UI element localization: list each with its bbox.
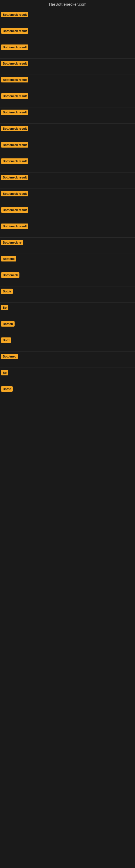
bottleneck-badge-11[interactable]: Bottleneck result bbox=[1, 175, 28, 180]
bottleneck-badge-4[interactable]: Bottleneck result bbox=[1, 61, 28, 66]
bottleneck-badge-18[interactable]: Bottle bbox=[1, 289, 13, 294]
result-row-19: Bo bbox=[0, 303, 135, 319]
result-row-14: Bottleneck result bbox=[0, 221, 135, 238]
bottleneck-badge-9[interactable]: Bottleneck result bbox=[1, 142, 28, 148]
result-row-20: Bottlen bbox=[0, 319, 135, 335]
bottleneck-badge-19[interactable]: Bo bbox=[1, 305, 8, 310]
result-row-18: Bottle bbox=[0, 286, 135, 303]
bottleneck-badge-23[interactable]: Bo bbox=[1, 370, 8, 375]
bottleneck-badge-12[interactable]: Bottleneck result bbox=[1, 191, 28, 196]
result-row-10: Bottleneck result bbox=[0, 156, 135, 173]
result-row-24: Bottle bbox=[0, 384, 135, 400]
bottleneck-badge-15[interactable]: Bottleneck re bbox=[1, 240, 23, 245]
bottleneck-badge-24[interactable]: Bottle bbox=[1, 386, 13, 392]
result-row-6: Bottleneck result bbox=[0, 91, 135, 107]
bottleneck-badge-16[interactable]: Bottlene bbox=[1, 256, 16, 261]
result-row-9: Bottleneck result bbox=[0, 140, 135, 156]
bottleneck-badge-13[interactable]: Bottleneck result bbox=[1, 207, 28, 213]
bottleneck-badge-1[interactable]: Bottleneck result bbox=[1, 12, 28, 18]
result-row-16: Bottlene bbox=[0, 254, 135, 270]
result-row-8: Bottleneck result bbox=[0, 124, 135, 140]
result-row-23: Bo bbox=[0, 368, 135, 384]
bottleneck-badge-7[interactable]: Bottleneck result bbox=[1, 110, 28, 115]
bottleneck-badge-2[interactable]: Bottleneck result bbox=[1, 28, 28, 34]
result-row-17: Bottleneck bbox=[0, 270, 135, 286]
result-row-22: Bottlenec bbox=[0, 351, 135, 368]
result-row-12: Bottleneck result bbox=[0, 189, 135, 205]
result-row-7: Bottleneck result bbox=[0, 107, 135, 124]
result-row-2: Bottleneck result bbox=[0, 26, 135, 42]
result-row-11: Bottleneck result bbox=[0, 173, 135, 189]
result-row-5: Bottleneck result bbox=[0, 75, 135, 91]
bottleneck-badge-21[interactable]: Bottl bbox=[1, 337, 11, 343]
result-row-15: Bottleneck re bbox=[0, 238, 135, 254]
result-row-4: Bottleneck result bbox=[0, 59, 135, 75]
bottleneck-badge-22[interactable]: Bottlenec bbox=[1, 354, 18, 359]
bottleneck-badge-10[interactable]: Bottleneck result bbox=[1, 158, 28, 164]
site-title: TheBottlenecker.com bbox=[0, 0, 135, 10]
bottleneck-badge-5[interactable]: Bottleneck result bbox=[1, 77, 28, 83]
bottleneck-badge-3[interactable]: Bottleneck result bbox=[1, 44, 28, 50]
result-row-1: Bottleneck result bbox=[0, 10, 135, 26]
result-row-21: Bottl bbox=[0, 335, 135, 351]
bottleneck-badge-8[interactable]: Bottleneck result bbox=[1, 126, 28, 131]
bottleneck-badge-14[interactable]: Bottleneck result bbox=[1, 223, 28, 229]
bottleneck-badge-20[interactable]: Bottlen bbox=[1, 321, 14, 327]
bottleneck-badge-6[interactable]: Bottleneck result bbox=[1, 93, 28, 99]
bottleneck-badge-17[interactable]: Bottleneck bbox=[1, 272, 19, 278]
result-row-13: Bottleneck result bbox=[0, 205, 135, 221]
result-row-3: Bottleneck result bbox=[0, 42, 135, 59]
